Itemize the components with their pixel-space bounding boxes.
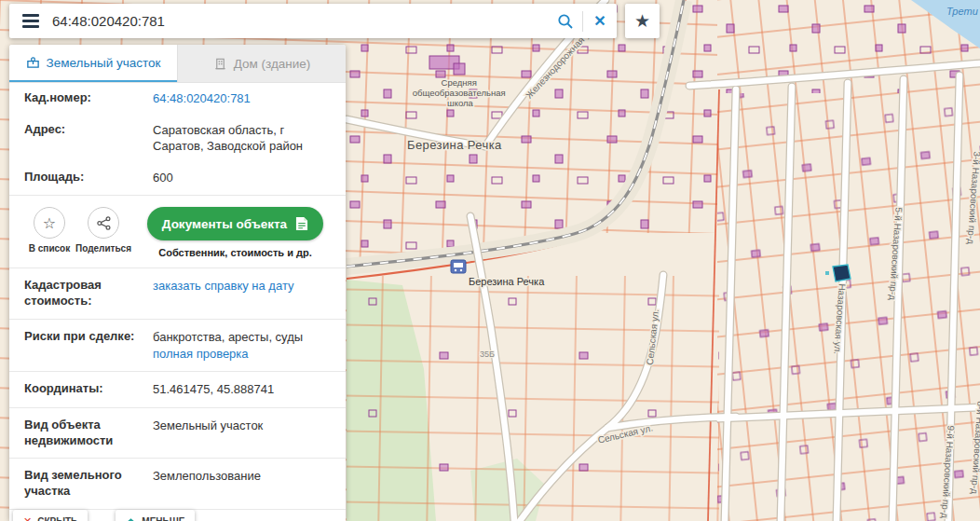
- favorites-button[interactable]: ★: [625, 4, 660, 38]
- house-number-label: 35Б: [480, 350, 495, 359]
- share-button[interactable]: Поделиться: [76, 207, 130, 254]
- risks-value: банкротства, аресты, суды: [153, 329, 303, 346]
- row-cadastral-cost: Кадастровая стоимость: заказать справку …: [9, 270, 346, 317]
- divider: [9, 407, 346, 408]
- train-station-icon: [451, 260, 466, 273]
- field-label: Вид объекта недвижимости: [24, 418, 153, 449]
- object-type-value: Земельный участок: [153, 418, 263, 434]
- field-label: Координаты:: [24, 381, 153, 397]
- less-label: МЕНЬШЕ: [142, 516, 184, 521]
- share-icon: [97, 216, 111, 230]
- divider: [9, 458, 346, 459]
- add-to-list-label: В список: [29, 243, 70, 254]
- field-label: Адрес:: [24, 122, 153, 138]
- coordinates-value: 51.461475, 45.888741: [153, 381, 274, 398]
- area-value: 600: [153, 170, 173, 186]
- land-type-value: Землепользование: [153, 468, 261, 485]
- divider: [9, 371, 346, 372]
- row-risks: Риски при сделке: банкротства, аресты, с…: [9, 322, 346, 369]
- search-clear-button[interactable]: ✕: [583, 6, 617, 37]
- app: Железнодорожная у Сельская ул. Сельская …: [0, 0, 980, 521]
- close-icon: ✕: [23, 516, 32, 521]
- field-label: Вид земельного участка: [24, 468, 153, 500]
- star-outline-icon: ☆: [43, 214, 56, 232]
- divider: [9, 319, 346, 320]
- field-label: Площадь:: [24, 170, 153, 185]
- land-parcel-icon: [26, 56, 40, 70]
- row-area: Площадь: 600: [9, 162, 346, 194]
- cost-report-link[interactable]: заказать справку на дату: [153, 279, 294, 293]
- row-cad-number: Кад.номер: 64:48:020420:781: [9, 83, 346, 115]
- divider: [9, 267, 346, 268]
- cad-number-link[interactable]: 64:48:020420:781: [153, 91, 251, 105]
- hamburger-icon: [22, 14, 39, 17]
- row-land-type: Вид земельного участка Землепользование: [9, 460, 346, 507]
- hide-button[interactable]: ✕ СКРЫТЬ: [13, 510, 88, 521]
- address-value: Саратовская область, г Саратов, Заводско…: [153, 122, 331, 155]
- menu-button[interactable]: [9, 4, 52, 38]
- object-documents-button[interactable]: Документы объекта: [147, 207, 323, 240]
- share-label: Поделиться: [75, 243, 131, 254]
- field-label: Кад.номер:: [24, 90, 153, 106]
- full-check-link[interactable]: полная проверка: [153, 347, 249, 361]
- documents-button-label: Документы объекта: [162, 217, 287, 231]
- documents-button-sublabel: Собственник, стоимость и др.: [158, 247, 312, 258]
- tab-land-parcel[interactable]: Земельный участок: [9, 45, 177, 82]
- field-label: Кадастровая стоимость:: [24, 278, 153, 309]
- search-submit-button[interactable]: [549, 6, 582, 37]
- star-icon: ★: [634, 11, 650, 31]
- search-input[interactable]: [52, 13, 549, 29]
- field-label: Риски при сделке:: [24, 329, 153, 345]
- row-object-type: Вид объекта недвижимости Земельный участ…: [9, 410, 346, 457]
- close-icon: ✕: [593, 12, 606, 30]
- buildings-gardens: [347, 276, 719, 521]
- town-label: Березина Речка: [407, 138, 502, 152]
- add-to-list-button[interactable]: ☆ В список: [22, 207, 76, 254]
- search-icon: [557, 13, 574, 30]
- tab-building[interactable]: Дом (здание): [177, 45, 346, 82]
- divider: [9, 195, 346, 196]
- water-label: Трети: [946, 6, 978, 17]
- actions-row: ☆ В список Поделиться Документы объекта: [9, 198, 346, 266]
- tab-bar: Земельный участок Дом (здание): [9, 45, 346, 83]
- building-icon: [213, 57, 227, 71]
- bottom-buttons: ✕ СКРЫТЬ МЕНЬШЕ: [13, 510, 195, 521]
- document-icon: [295, 216, 308, 231]
- search-bar: ✕: [9, 4, 617, 38]
- tab-label: Дом (здание): [234, 57, 311, 71]
- hide-label: СКРЫТЬ: [37, 516, 77, 521]
- row-address: Адрес: Саратовская область, г Саратов, З…: [9, 115, 346, 162]
- row-coordinates: Координаты: 51.461475, 45.888741: [9, 374, 346, 405]
- less-button[interactable]: МЕНЬШЕ: [116, 510, 195, 521]
- tab-label: Земельный участок: [47, 56, 161, 70]
- info-panel: Земельный участок Дом (здание) Кад.номер…: [9, 45, 346, 521]
- station-label: Березина Речка: [469, 276, 545, 287]
